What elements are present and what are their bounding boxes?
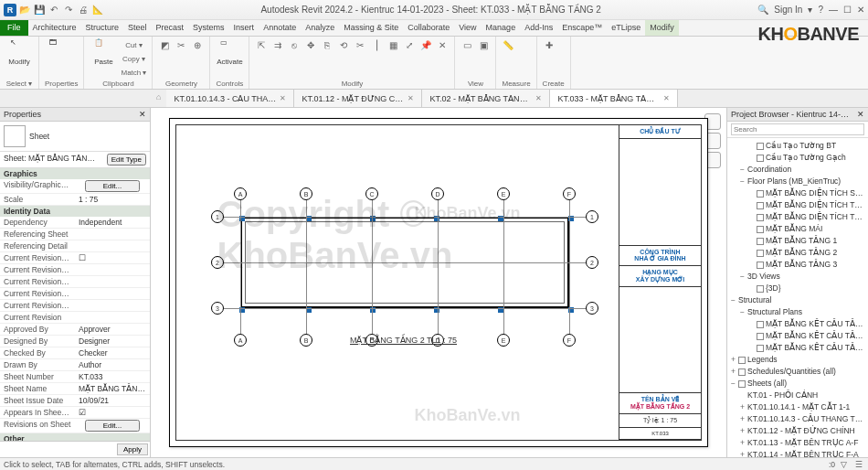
tree-node[interactable]: −3D Views: [727, 271, 868, 283]
prop-value[interactable]: Author: [75, 359, 150, 370]
tree-node[interactable]: MẶT BẰNG KẾT CẤU TẦNG 1: [727, 318, 868, 330]
prop-value[interactable]: [75, 240, 150, 251]
tree-node[interactable]: MẶT BẰNG DIỆN TÍCH SỬ DỤNG BẰNG: [727, 187, 868, 199]
tree-node[interactable]: −Structural: [727, 294, 868, 306]
view2-icon[interactable]: ▣: [477, 38, 490, 51]
match-button[interactable]: Match ▾: [121, 66, 146, 79]
copy-button[interactable]: Copy ▾: [121, 52, 146, 65]
tree-node[interactable]: MẶT BẰNG DIỆN TÍCH TẦNG 2: [727, 199, 868, 211]
tree-node[interactable]: −Sheets (all): [727, 378, 868, 390]
prop-value[interactable]: ☑: [75, 407, 150, 418]
redo-icon[interactable]: ↷: [62, 4, 75, 16]
prop-value[interactable]: KT.033: [75, 371, 150, 382]
prop-value[interactable]: Edit...: [75, 419, 150, 433]
split-icon[interactable]: ⎮: [370, 38, 383, 51]
properties-button[interactable]: 🗔: [45, 38, 72, 57]
measure-icon2[interactable]: 📏: [502, 38, 514, 51]
tree-node[interactable]: MẶT BẰNG KẾT CẤU TẦNG 2: [727, 330, 868, 342]
activate-button[interactable]: ▭Activate: [216, 38, 243, 66]
prop-value[interactable]: [75, 264, 150, 275]
tree-node[interactable]: +KT.01.13 - MẶT BÊN TRỤC A-F: [727, 437, 868, 449]
tree-node[interactable]: MẶT BẰNG TẦNG 3: [727, 259, 868, 271]
tree-node[interactable]: +KT.01.14 - MẶT BÊN TRỤC F-A: [727, 449, 868, 457]
prop-value[interactable]: [75, 276, 150, 287]
prop-value[interactable]: [75, 300, 150, 311]
undo-icon[interactable]: ↶: [48, 4, 60, 16]
tab-modify[interactable]: Modify: [645, 20, 679, 36]
tab-close-icon[interactable]: ✕: [408, 94, 414, 102]
tree-node[interactable]: +KT.01.10.14.3 - CẦU THANG TẦNG 1: [727, 413, 868, 425]
tab-addins[interactable]: Add-Ins: [520, 20, 557, 36]
prop-value[interactable]: MẶT BẰNG TẦNG 2: [75, 383, 150, 394]
mirror-icon[interactable]: ⎋: [288, 38, 301, 51]
prop-value[interactable]: [75, 229, 150, 240]
delete-icon[interactable]: ✕: [436, 38, 449, 51]
tree-node[interactable]: MẶT BẰNG DIỆN TÍCH TẦNG 3: [727, 211, 868, 223]
view1-icon[interactable]: ▭: [460, 38, 473, 51]
tree-node[interactable]: MẶT BẰNG KẾT CẤU TẦNG 3: [727, 342, 868, 354]
pin-icon[interactable]: 📌: [419, 38, 432, 51]
edit-type-button[interactable]: Edit Type: [107, 154, 146, 166]
print-icon[interactable]: 🖨: [77, 4, 90, 16]
tree-node[interactable]: −Floor Plans (MB_KienTruc): [727, 176, 868, 187]
tab-manage[interactable]: Manage: [482, 20, 521, 36]
maximize-icon[interactable]: ☐: [843, 5, 852, 15]
prop-value[interactable]: Checker: [75, 347, 150, 358]
tab-insert[interactable]: Insert: [229, 20, 259, 36]
filter-icon[interactable]: ▽: [841, 460, 850, 469]
join-icon[interactable]: ⊕: [191, 38, 204, 51]
prop-value[interactable]: [75, 288, 150, 299]
doc-tab[interactable]: KT.02 - MẶT BẰNG TẦNG 1✕: [422, 90, 550, 107]
cut-button[interactable]: Cut ▾: [121, 38, 146, 51]
tree-node[interactable]: MẶT BẰNG TẦNG 2: [727, 247, 868, 259]
align-icon[interactable]: ⇱: [255, 38, 268, 51]
edit-button[interactable]: Edit...: [85, 420, 139, 432]
offset-icon[interactable]: ⇉: [271, 38, 284, 51]
prop-value[interactable]: Edit...: [75, 179, 150, 193]
tree-node[interactable]: Cầu Tạo Tường BT: [727, 140, 868, 152]
tab-architecture[interactable]: Architecture: [28, 20, 81, 36]
cope-icon[interactable]: ◩: [158, 38, 171, 51]
prop-value[interactable]: [75, 312, 150, 323]
prop-value[interactable]: Independent: [75, 217, 150, 228]
close-icon[interactable]: ✕: [857, 5, 864, 15]
tree-node[interactable]: +KT.01.10.14.1 - MẶT CẮT 1-1: [727, 401, 868, 413]
tree-node[interactable]: +KT.01.12 - MẶT ĐỨNG CHÍNH: [727, 425, 868, 437]
floorplan-view[interactable]: AABBCCDDEEFF112233 MẶT BẰNG TẦNG 2 TL1 :…: [204, 180, 606, 363]
open-icon[interactable]: 📂: [18, 4, 31, 16]
user-icon[interactable]: ▾: [808, 5, 812, 15]
tab-steel[interactable]: Steel: [123, 20, 152, 36]
prop-value[interactable]: Approver: [75, 324, 150, 335]
doc-tab[interactable]: KT.033 - MẶT BẰNG TẦNG 2✕: [550, 90, 678, 107]
tab-close-icon[interactable]: ✕: [535, 94, 542, 102]
tab-home-icon[interactable]: ⌂: [151, 90, 166, 107]
tree-node[interactable]: {3D}: [727, 283, 868, 294]
drawing-canvas[interactable]: CHỦ ĐẦU TƯ CÔNG TRÌNHNHÀ Ở GIA ĐÌNH HẠNG…: [151, 108, 726, 457]
search-icon[interactable]: 🔍: [757, 5, 768, 15]
palette-close-icon[interactable]: ✕: [139, 110, 146, 119]
edit-button[interactable]: Edit...: [85, 180, 139, 192]
tree-node[interactable]: MẶT BẰNG MÁI: [727, 223, 868, 235]
tab-file[interactable]: File: [0, 20, 28, 36]
tab-massingsite[interactable]: Massing & Site: [339, 20, 403, 36]
create-icon[interactable]: ✚: [543, 38, 556, 51]
doc-tab[interactable]: KT.01.10.14.3 - CẦU THANG TẦNG 1✕: [166, 90, 294, 107]
tree-node[interactable]: −Coordination: [727, 164, 868, 176]
tree-node[interactable]: −Structural Plans: [727, 306, 868, 318]
tree-node[interactable]: KT.01 - PHỐI CẢNH: [727, 390, 868, 401]
properties-type-selector[interactable]: Sheet: [0, 122, 150, 152]
tab-analyze[interactable]: Analyze: [301, 20, 339, 36]
trim-icon[interactable]: ✂: [354, 38, 366, 51]
tab-precast[interactable]: Precast: [152, 20, 189, 36]
modify-button[interactable]: ↖Modify: [5, 38, 33, 66]
array-icon[interactable]: ▦: [386, 38, 399, 51]
tab-close-icon[interactable]: ✕: [663, 94, 670, 102]
signin-link[interactable]: Sign In: [774, 5, 802, 15]
rotate-icon[interactable]: ⟲: [337, 38, 350, 51]
tab-systems[interactable]: Systems: [188, 20, 229, 36]
measure-icon[interactable]: 📐: [91, 4, 104, 16]
tree-node[interactable]: Cầu Tạo Tường Gạch: [727, 152, 868, 164]
properties-instance[interactable]: Sheet: MẶT BẰNG TẦNG 2: [4, 154, 95, 166]
doc-tab[interactable]: KT.01.12 - MẶT ĐỨNG CHÍNH✕: [294, 90, 422, 107]
prop-value[interactable]: Designer: [75, 336, 150, 347]
